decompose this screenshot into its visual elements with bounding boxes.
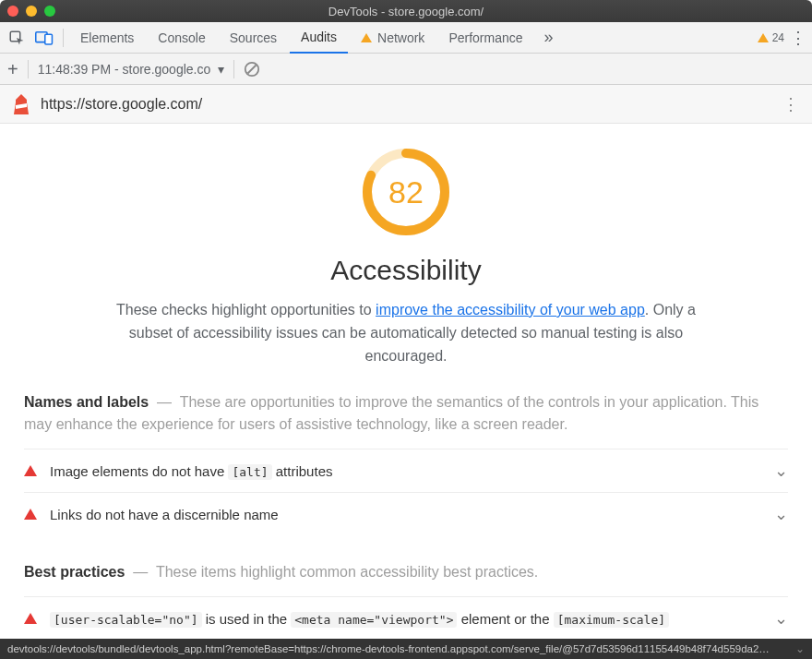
traffic-lights	[7, 6, 55, 17]
tab-performance[interactable]: Performance	[437, 22, 533, 54]
devtools-menu-button[interactable]: ⋮	[786, 28, 808, 48]
audit-row[interactable]: Image elements do not have [alt] attribu…	[24, 449, 788, 492]
chevron-down-icon: ⌄	[774, 504, 788, 524]
minimize-window-button[interactable]	[26, 6, 37, 17]
window-title: DevTools - store.google.com/	[55, 5, 757, 18]
warning-count[interactable]: 24	[758, 31, 784, 44]
dropdown-icon: ▾	[218, 62, 224, 77]
accessibility-docs-link[interactable]: improve the accessibility of your web ap…	[376, 302, 645, 318]
audit-report: 82 Accessibility These checks highlight …	[0, 124, 812, 639]
audit-title: Links do not have a discernible name	[50, 507, 279, 522]
tab-audits[interactable]: Audits	[290, 22, 348, 54]
score-gauge: 82	[360, 146, 452, 238]
more-tabs-button[interactable]: »	[536, 25, 562, 51]
warning-icon	[758, 33, 769, 42]
svg-marker-5	[16, 94, 27, 102]
device-toolbar-icon[interactable]	[31, 25, 57, 51]
tab-console[interactable]: Console	[147, 22, 216, 54]
section-names-and-labels: Names and labels — These are opportuniti…	[24, 391, 788, 436]
audit-row[interactable]: Links do not have a discernible name ⌄	[24, 492, 788, 535]
zoom-window-button[interactable]	[44, 6, 55, 17]
lighthouse-icon	[13, 94, 30, 114]
clear-report-button[interactable]	[244, 61, 260, 78]
score-gauge-wrap: 82 Accessibility	[24, 146, 788, 286]
section-best-practices: Best practices — These items highlight c…	[24, 561, 788, 583]
tab-network[interactable]: Network	[350, 22, 436, 54]
category-title: Accessibility	[330, 255, 481, 286]
chevron-down-icon[interactable]: ⌄	[795, 642, 805, 655]
tab-elements[interactable]: Elements	[69, 22, 145, 54]
fail-icon	[24, 613, 37, 624]
report-selector[interactable]: 11:48:39 PM - store.google.co ▾	[38, 62, 224, 77]
tab-sources[interactable]: Sources	[219, 22, 288, 54]
score-value: 82	[360, 146, 452, 238]
report-url-bar: https://store.google.com/ ⋮	[0, 85, 812, 124]
audit-row[interactable]: [user-scalable="no"] is used in the <met…	[24, 596, 788, 639]
audit-title: [user-scalable="no"] is used in the <met…	[50, 611, 669, 627]
devtools-tabstrip: Elements Console Sources Audits Network …	[0, 22, 812, 54]
fail-icon	[24, 509, 37, 520]
report-menu-button[interactable]: ⋮	[782, 94, 799, 114]
chevron-down-icon: ⌄	[774, 461, 788, 481]
chevron-down-icon: ⌄	[774, 608, 788, 629]
close-window-button[interactable]	[7, 6, 18, 17]
fail-icon	[24, 465, 37, 476]
window-titlebar: DevTools - store.google.com/	[0, 0, 812, 22]
inspect-element-icon[interactable]	[4, 25, 30, 51]
warning-icon	[361, 33, 372, 42]
audits-toolbar: + 11:48:39 PM - store.google.co ▾	[0, 54, 812, 85]
status-bar: devtools://devtools/bundled/devtools_app…	[0, 639, 812, 659]
svg-line-4	[248, 65, 257, 73]
audit-title: Image elements do not have [alt] attribu…	[50, 463, 332, 479]
svg-rect-2	[45, 34, 53, 44]
status-text: devtools://devtools/bundled/devtools_app…	[7, 643, 770, 654]
report-url: https://store.google.com/	[41, 96, 202, 113]
new-audit-button[interactable]: +	[7, 60, 18, 78]
category-description: These checks highlight opportunities to …	[102, 299, 710, 367]
